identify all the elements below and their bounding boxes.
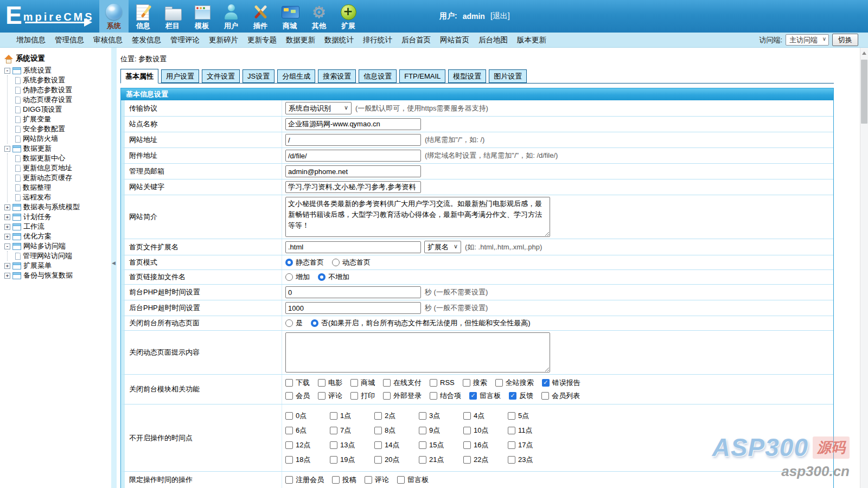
- checkbox-unchecked[interactable]: [463, 412, 471, 420]
- tree-node[interactable]: +备份与恢复数据: [4, 271, 111, 280]
- text-input[interactable]: [285, 150, 421, 162]
- nav-link[interactable]: 管理信息: [55, 35, 84, 45]
- tab-3[interactable]: 文件设置: [202, 69, 240, 83]
- nav-link[interactable]: 后台首页: [401, 35, 431, 45]
- tree-leaf[interactable]: 管理网站访问端: [15, 251, 111, 261]
- tab-2[interactable]: 用户设置: [161, 69, 199, 83]
- text-input[interactable]: [285, 241, 421, 253]
- expand-toggle-icon[interactable]: +: [4, 263, 10, 269]
- checkbox-option[interactable]: 会员列表: [541, 389, 580, 402]
- checkbox-option[interactable]: 5点: [508, 411, 544, 421]
- checkbox-unchecked[interactable]: [419, 427, 426, 434]
- menu-item-folder[interactable]: 栏目: [158, 0, 187, 33]
- vertical-scrollbar[interactable]: [860, 48, 868, 488]
- radio-unchecked[interactable]: [285, 273, 293, 281]
- nav-link[interactable]: 更新专题: [247, 35, 277, 45]
- tree-leaf[interactable]: 数据更新中心: [15, 153, 111, 163]
- tree-leaf[interactable]: 远程发布: [15, 192, 111, 202]
- checkbox-unchecked[interactable]: [318, 379, 326, 387]
- tab-1[interactable]: 基本属性: [120, 69, 158, 84]
- tab-7[interactable]: 信息设置: [359, 69, 397, 83]
- checkbox-unchecked[interactable]: [508, 456, 515, 464]
- text-input[interactable]: [285, 118, 421, 130]
- expand-toggle-icon[interactable]: +: [4, 204, 10, 210]
- tab-5[interactable]: 分组生成: [277, 69, 315, 83]
- checkbox-unchecked[interactable]: [430, 392, 437, 400]
- checkbox-unchecked[interactable]: [350, 379, 358, 387]
- checkbox-option[interactable]: 15点: [419, 440, 455, 450]
- text-input[interactable]: [285, 134, 421, 146]
- menu-item-globe[interactable]: 系统: [99, 0, 129, 33]
- tree-node[interactable]: -网站多访问端: [4, 241, 111, 251]
- checkbox-option[interactable]: 投稿: [332, 473, 356, 486]
- switch-button[interactable]: 切换: [832, 34, 858, 46]
- checkbox-unchecked[interactable]: [330, 441, 337, 449]
- menu-item-user[interactable]: 用户: [216, 0, 246, 33]
- expand-toggle-icon[interactable]: +: [4, 273, 10, 279]
- tree-leaf[interactable]: 更新动态页缓存: [15, 173, 111, 183]
- tree-node[interactable]: +数据表与系统模型: [4, 202, 111, 212]
- checkbox-unchecked[interactable]: [285, 379, 293, 387]
- radio-option[interactable]: 否(如果开启，前台所有动态文件都无法使用，但性能和安全性最高): [311, 318, 531, 328]
- dropdown-select[interactable]: 系统自动识别: [285, 102, 352, 114]
- checkbox-unchecked[interactable]: [318, 392, 326, 400]
- checkbox-option[interactable]: 19点: [330, 455, 366, 465]
- checkbox-option[interactable]: 17点: [508, 440, 544, 450]
- checkbox-option[interactable]: 23点: [508, 455, 544, 465]
- scroll-up-icon[interactable]: [862, 52, 866, 55]
- checkbox-checked[interactable]: [469, 392, 477, 400]
- nav-link[interactable]: 后台地图: [478, 35, 508, 45]
- tree-leaf[interactable]: DIGG顶设置: [15, 105, 111, 114]
- collapse-toggle-icon[interactable]: -: [4, 243, 10, 249]
- checkbox-unchecked[interactable]: [383, 392, 391, 400]
- text-input[interactable]: [285, 286, 421, 298]
- tree-leaf[interactable]: 数据整理: [15, 183, 111, 192]
- checkbox-option[interactable]: 搜索: [463, 376, 487, 389]
- tree-node[interactable]: +扩展菜单: [4, 261, 111, 271]
- checkbox-option[interactable]: 全站搜索: [495, 376, 534, 389]
- menu-item-plugin-tools[interactable]: 插件: [246, 0, 275, 33]
- dropdown-select[interactable]: 扩展名: [424, 241, 461, 253]
- checkbox-unchecked[interactable]: [541, 392, 549, 400]
- checkbox-option[interactable]: 反馈: [509, 389, 533, 402]
- checkbox-option[interactable]: 20点: [374, 455, 411, 465]
- text-input[interactable]: [285, 181, 421, 193]
- checkbox-option[interactable]: 14点: [374, 440, 411, 450]
- checkbox-checked[interactable]: [542, 379, 550, 387]
- radio-checked[interactable]: [318, 273, 326, 281]
- checkbox-option[interactable]: 7点: [330, 426, 366, 435]
- checkbox-option[interactable]: 18点: [285, 455, 322, 465]
- radio-checked[interactable]: [311, 319, 318, 327]
- tab-10[interactable]: 图片设置: [489, 69, 527, 83]
- checkbox-option[interactable]: 10点: [463, 426, 500, 435]
- nav-link[interactable]: 数据统计: [324, 35, 354, 45]
- breadcrumb-current[interactable]: 参数设置: [138, 55, 167, 63]
- checkbox-unchecked[interactable]: [383, 379, 391, 387]
- nav-link[interactable]: 更新碎片: [209, 35, 238, 45]
- checkbox-unchecked[interactable]: [332, 476, 340, 484]
- tree-leaf[interactable]: 网站防火墙: [15, 134, 111, 144]
- checkbox-option[interactable]: 留言板: [469, 389, 501, 402]
- text-input[interactable]: [285, 302, 421, 314]
- menu-item-gear[interactable]: 其他: [304, 0, 334, 33]
- empirecms-logo[interactable]: EmpireCMS: [0, 0, 99, 33]
- nav-link[interactable]: 增加信息: [16, 35, 46, 45]
- checkbox-unchecked[interactable]: [374, 456, 382, 464]
- checkbox-unchecked[interactable]: [350, 392, 358, 400]
- checkbox-unchecked[interactable]: [374, 427, 382, 434]
- nav-link[interactable]: 签发信息: [132, 35, 161, 45]
- checkbox-option[interactable]: 注册会员: [285, 473, 324, 486]
- radio-option[interactable]: 不增加: [318, 272, 349, 282]
- checkbox-unchecked[interactable]: [419, 456, 426, 464]
- checkbox-unchecked[interactable]: [285, 441, 293, 449]
- checkbox-option[interactable]: 错误报告: [542, 376, 580, 389]
- checkbox-option[interactable]: 评论: [365, 473, 389, 486]
- checkbox-option[interactable]: 8点: [374, 426, 411, 435]
- checkbox-option[interactable]: 在线支付: [383, 376, 422, 389]
- checkbox-unchecked[interactable]: [285, 392, 293, 400]
- checkbox-unchecked[interactable]: [463, 441, 471, 449]
- expand-toggle-icon[interactable]: +: [4, 214, 10, 220]
- checkbox-unchecked[interactable]: [463, 379, 470, 387]
- checkbox-unchecked[interactable]: [463, 427, 471, 434]
- tree-node[interactable]: +优化方案: [4, 232, 111, 241]
